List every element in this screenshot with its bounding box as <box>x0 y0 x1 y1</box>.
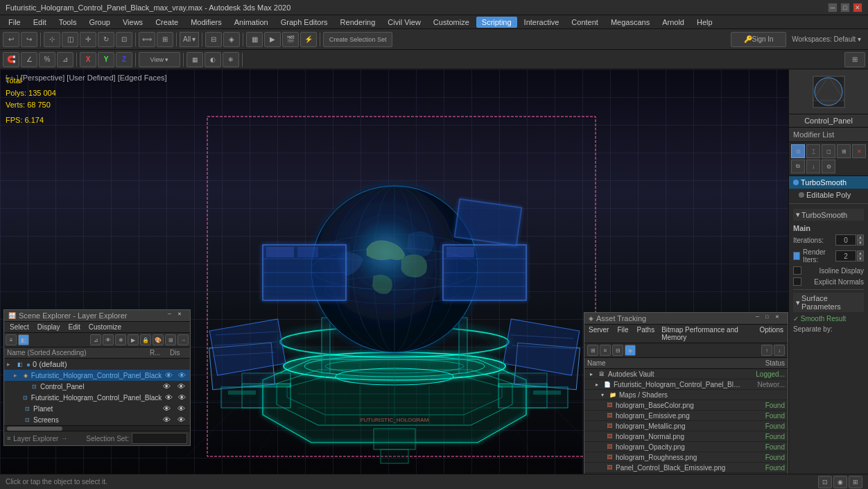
menu-rendering[interactable]: Rendering <box>335 17 381 28</box>
ts-render-iters-checkbox[interactable] <box>793 252 800 260</box>
snap-toggle[interactable]: 🧲 <box>3 52 19 67</box>
mod-icon-face[interactable]: ◻ <box>822 144 835 158</box>
at-min-btn[interactable]: ─ <box>756 314 764 323</box>
mod-icon-edge[interactable]: ⌶ <box>806 144 820 158</box>
menu-scripting[interactable]: Scripting <box>476 17 517 28</box>
se-eye-r[interactable]: 👁 <box>160 404 173 413</box>
se-freeze-btn[interactable]: ❄ <box>115 334 126 345</box>
at-max-btn[interactable]: □ <box>765 314 774 323</box>
close-button[interactable]: ✕ <box>853 3 862 12</box>
se-eye-d[interactable]: 👁 <box>177 371 187 379</box>
at-btn-3[interactable]: ⊟ <box>612 345 623 356</box>
at-row-max-file[interactable]: ▸ 📄 Futuristic_Hologram_Control_Panel_Bl… <box>584 379 788 390</box>
axis-x[interactable]: X <box>80 52 96 67</box>
menu-customize[interactable]: Customize <box>428 17 475 28</box>
at-row-tex-5[interactable]: 🖼 hologram_Roughness.png Found <box>584 452 788 463</box>
se-toolbar-filter[interactable]: ≡ <box>6 334 17 345</box>
se-display-menu[interactable]: Display <box>34 323 64 332</box>
at-row-tex-4[interactable]: 🖼 hologram_Opacity.png Found <box>584 442 788 452</box>
se-item-futuristic-group[interactable]: ▸ ◈ Futuristic_Hologram_Control_Panel_Bl… <box>4 370 190 381</box>
menu-arnold[interactable]: Arnold <box>657 17 690 28</box>
ts-iterations-spinner[interactable]: 0 ▲ ▼ <box>835 234 864 246</box>
menu-help[interactable]: Help <box>691 17 718 28</box>
at-btn-1[interactable]: ⊞ <box>587 345 598 356</box>
layer-display[interactable]: ▦ <box>186 52 203 67</box>
ts-explicit-checkbox[interactable] <box>793 277 801 286</box>
layer-vis[interactable]: ◐ <box>205 52 221 67</box>
se-item-planet[interactable]: ⊡ Planet 👁 👁 <box>4 403 190 414</box>
mirror-button[interactable]: ⟺ <box>139 32 155 47</box>
menu-file[interactable]: File <box>3 17 26 28</box>
modifier-turbosmooth[interactable]: TurboSmooth <box>789 176 868 189</box>
angle-snap[interactable]: ∠ <box>21 52 37 67</box>
mod-icon-elem[interactable]: ⊞ <box>837 144 851 158</box>
render-btn[interactable]: ▶ <box>264 32 281 47</box>
at-row-tex-3[interactable]: 🖼 hologram_Normal.png Found <box>584 431 788 442</box>
se-vis-btn[interactable]: 👁 <box>103 334 114 345</box>
at-btn-4[interactable]: ◈ <box>625 345 636 356</box>
render-ipr-btn[interactable]: ⚡ <box>300 32 317 47</box>
viewport[interactable]: FUTURISTIC_HOLOGRAM [ + ] [Perspective] … <box>0 69 788 474</box>
at-btn-r1[interactable]: ↑ <box>761 345 772 356</box>
object-props-btn[interactable]: ◈ <box>223 32 240 47</box>
scale-button[interactable]: ⊡ <box>116 32 132 47</box>
ts-iter-down[interactable]: ▼ <box>857 240 864 246</box>
render-setup-btn[interactable]: ▦ <box>246 32 263 47</box>
se-arrow-btn[interactable]: → <box>177 334 189 345</box>
at-row-tex-0[interactable]: 🖼 hologram_BaseColor.png Found <box>584 400 788 411</box>
redo-button[interactable]: ↪ <box>21 32 37 47</box>
se-min-btn[interactable]: ─ <box>168 311 176 320</box>
menu-create[interactable]: Create <box>150 17 184 28</box>
se-title-bar[interactable]: 🪟 Scene Explorer - Layer Explorer ─ ✕ <box>4 310 190 322</box>
menu-content[interactable]: Content <box>566 17 604 28</box>
all-dropdown[interactable]: All ▾ <box>180 32 199 47</box>
undo-button[interactable]: ↩ <box>3 32 19 47</box>
create-sel-set-btn[interactable]: Create Selection Set <box>323 32 392 47</box>
mod-icon-delete[interactable]: ✕ <box>852 144 866 158</box>
ts-render-down[interactable]: ▼ <box>857 256 864 261</box>
at-paths-menu[interactable]: Paths <box>633 325 659 343</box>
status-tool-3[interactable]: ⊞ <box>849 476 862 488</box>
at-title-bar[interactable]: ◈ Asset Tracking ─ □ ✕ <box>584 313 788 325</box>
layer-btn[interactable]: ⊟ <box>205 32 222 47</box>
mod-icon-paste[interactable]: ↓ <box>806 160 820 173</box>
se-toolbar-layers[interactable]: ◧ <box>18 334 29 345</box>
se-color-btn[interactable]: 🎨 <box>153 334 164 345</box>
se-eye-r[interactable]: 👁 <box>164 393 174 402</box>
se-eye-d[interactable]: 👁 <box>175 415 187 424</box>
menu-tools[interactable]: Tools <box>53 17 83 28</box>
at-row-vault[interactable]: ▸ 🏛 Autodesk Vault Logged... <box>584 369 788 379</box>
se-sort-btn[interactable]: ⊿ <box>90 334 101 345</box>
ts-iterations-input[interactable]: 0 <box>835 234 856 246</box>
status-tool-1[interactable]: ⊡ <box>818 476 832 488</box>
mod-icon-settings[interactable]: ⚙ <box>822 160 835 173</box>
move-button[interactable]: ✛ <box>80 32 96 47</box>
at-row-tex-6[interactable]: 🖼 Panel_Control_Black_Emissive.png Found <box>584 463 788 473</box>
se-customize-menu[interactable]: Customize <box>85 323 125 332</box>
at-close-btn[interactable]: ✕ <box>775 314 783 323</box>
se-scrollbar[interactable] <box>4 425 190 431</box>
ts-surface-header[interactable]: ▾ Surface Parameters <box>793 293 864 312</box>
se-eye-d[interactable]: 👁 <box>177 393 187 402</box>
se-eye-r[interactable]: 👁 <box>164 371 174 379</box>
menu-modifiers[interactable]: Modifiers <box>185 17 227 28</box>
se-eye-d[interactable]: 👁 <box>175 382 187 391</box>
at-options-menu[interactable]: Options <box>756 325 788 343</box>
ts-isoline-checkbox[interactable] <box>793 266 801 275</box>
se-select-menu[interactable]: Select <box>6 323 33 332</box>
ts-render-iters-input[interactable]: 2 <box>835 250 856 261</box>
menu-edit[interactable]: Edit <box>28 17 52 28</box>
axis-z[interactable]: Z <box>116 52 132 67</box>
se-lock-btn[interactable]: 🔒 <box>140 334 151 345</box>
se-selection-input[interactable] <box>132 433 187 444</box>
se-close-btn[interactable]: ✕ <box>177 311 186 320</box>
select-button[interactable]: ⊹ <box>44 32 60 47</box>
modifier-editable-poly[interactable]: Editable Poly <box>789 189 868 201</box>
menu-animation[interactable]: Animation <box>229 17 274 28</box>
ts-iter-up[interactable]: ▲ <box>857 234 864 240</box>
status-tool-2[interactable]: ◉ <box>833 476 847 488</box>
ts-render-iters-spinner[interactable]: 2 ▲ ▼ <box>835 250 864 261</box>
se-eye-d[interactable]: 👁 <box>175 404 187 413</box>
transform-type[interactable]: View ▾ <box>139 52 180 67</box>
ts-render-up[interactable]: ▲ <box>857 250 864 256</box>
